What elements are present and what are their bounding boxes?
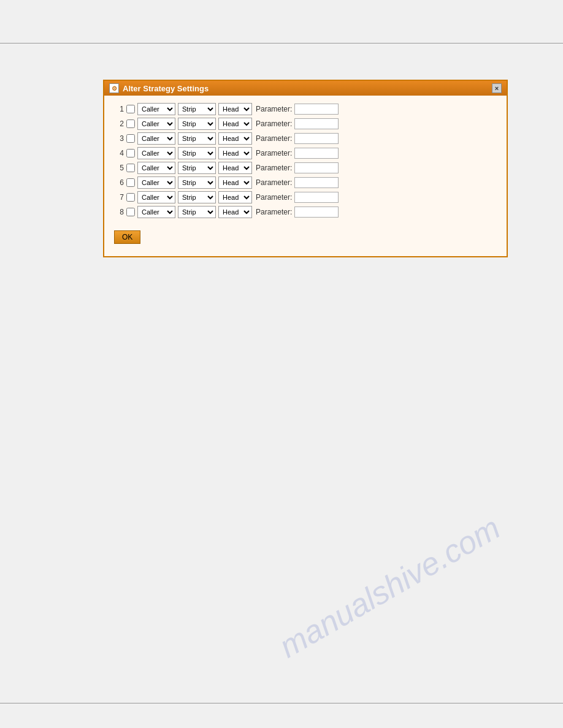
row-checkbox-3[interactable] <box>126 134 135 143</box>
param-input-4[interactable] <box>294 148 339 159</box>
strategy-row-1: 1 Caller Strip Head Parameter: <box>114 103 497 115</box>
strategy-row-6: 6 Caller Strip Head Parameter: <box>114 176 497 189</box>
dialog-wrapper: ⚙ Alter Strategy Settings × 1 Caller Str… <box>103 80 508 257</box>
param-label-8: Parameter: <box>256 208 292 216</box>
row-head-select-4[interactable]: Head <box>218 147 252 159</box>
row-caller-select-6[interactable]: Caller <box>137 176 175 189</box>
row-number-6: 6 <box>114 178 124 187</box>
row-number-2: 2 <box>114 119 124 128</box>
param-input-5[interactable] <box>294 162 339 173</box>
param-label-7: Parameter: <box>256 193 292 202</box>
strategy-row-8: 8 Caller Strip Head Parameter: <box>114 206 497 218</box>
strategy-row-3: 3 Caller Strip Head Parameter: <box>114 132 497 145</box>
row-head-select-3[interactable]: Head <box>218 132 252 145</box>
param-label-6: Parameter: <box>256 178 292 187</box>
row-caller-select-7[interactable]: Caller <box>137 191 175 203</box>
row-caller-select-2[interactable]: Caller <box>137 118 175 130</box>
row-strip-select-1[interactable]: Strip <box>178 103 216 115</box>
row-checkbox-6[interactable] <box>126 178 135 187</box>
row-strip-select-2[interactable]: Strip <box>178 118 216 130</box>
param-label-5: Parameter: <box>256 164 292 172</box>
param-input-2[interactable] <box>294 118 339 129</box>
ok-button[interactable]: OK <box>114 230 140 244</box>
row-caller-select-8[interactable]: Caller <box>137 206 175 218</box>
page-border-bottom <box>0 703 563 703</box>
strategy-row-4: 4 Caller Strip Head Parameter: <box>114 147 497 159</box>
param-label-2: Parameter: <box>256 119 292 128</box>
row-head-select-6[interactable]: Head <box>218 176 252 189</box>
row-checkbox-5[interactable] <box>126 164 135 172</box>
dialog-titlebar-left: ⚙ Alter Strategy Settings <box>109 83 209 93</box>
row-caller-select-5[interactable]: Caller <box>137 162 175 174</box>
dialog-icon: ⚙ <box>109 83 119 93</box>
dialog-close-button[interactable]: × <box>492 83 502 93</box>
row-number-3: 3 <box>114 134 124 143</box>
row-number-5: 5 <box>114 164 124 172</box>
row-checkbox-7[interactable] <box>126 193 135 202</box>
watermark: manualshive.com <box>273 509 506 665</box>
row-strip-select-4[interactable]: Strip <box>178 147 216 159</box>
row-caller-select-4[interactable]: Caller <box>137 147 175 159</box>
dialog-body: 1 Caller Strip Head Parameter: 2 <box>104 96 507 256</box>
row-number-8: 8 <box>114 208 124 216</box>
param-label-3: Parameter: <box>256 134 292 143</box>
row-number-1: 1 <box>114 105 124 113</box>
dialog-title: Alter Strategy Settings <box>123 84 209 93</box>
row-number-7: 7 <box>114 193 124 202</box>
row-head-select-8[interactable]: Head <box>218 206 252 218</box>
param-label-4: Parameter: <box>256 149 292 157</box>
row-head-select-5[interactable]: Head <box>218 162 252 174</box>
strategy-row-5: 5 Caller Strip Head Parameter: <box>114 162 497 174</box>
param-input-7[interactable] <box>294 192 339 203</box>
page-border-top <box>0 43 563 44</box>
row-strip-select-3[interactable]: Strip <box>178 132 216 145</box>
row-strip-select-8[interactable]: Strip <box>178 206 216 218</box>
row-caller-select-3[interactable]: Caller <box>137 132 175 145</box>
param-input-1[interactable] <box>294 104 339 115</box>
param-input-6[interactable] <box>294 177 339 188</box>
row-strip-select-7[interactable]: Strip <box>178 191 216 203</box>
dialog-titlebar: ⚙ Alter Strategy Settings × <box>104 81 507 96</box>
row-head-select-2[interactable]: Head <box>218 118 252 130</box>
param-input-3[interactable] <box>294 133 339 144</box>
row-checkbox-2[interactable] <box>126 119 135 128</box>
param-label-1: Parameter: <box>256 105 292 113</box>
row-checkbox-1[interactable] <box>126 105 135 113</box>
row-number-4: 4 <box>114 149 124 157</box>
row-checkbox-4[interactable] <box>126 149 135 157</box>
strategy-row-2: 2 Caller Strip Head Parameter: <box>114 118 497 130</box>
row-strip-select-5[interactable]: Strip <box>178 162 216 174</box>
param-input-8[interactable] <box>294 207 339 218</box>
dialog: ⚙ Alter Strategy Settings × 1 Caller Str… <box>103 80 508 257</box>
row-caller-select-1[interactable]: Caller <box>137 103 175 115</box>
row-checkbox-8[interactable] <box>126 208 135 216</box>
strategy-row-7: 7 Caller Strip Head Parameter: <box>114 191 497 203</box>
row-head-select-1[interactable]: Head <box>218 103 252 115</box>
row-head-select-7[interactable]: Head <box>218 191 252 203</box>
row-strip-select-6[interactable]: Strip <box>178 176 216 189</box>
